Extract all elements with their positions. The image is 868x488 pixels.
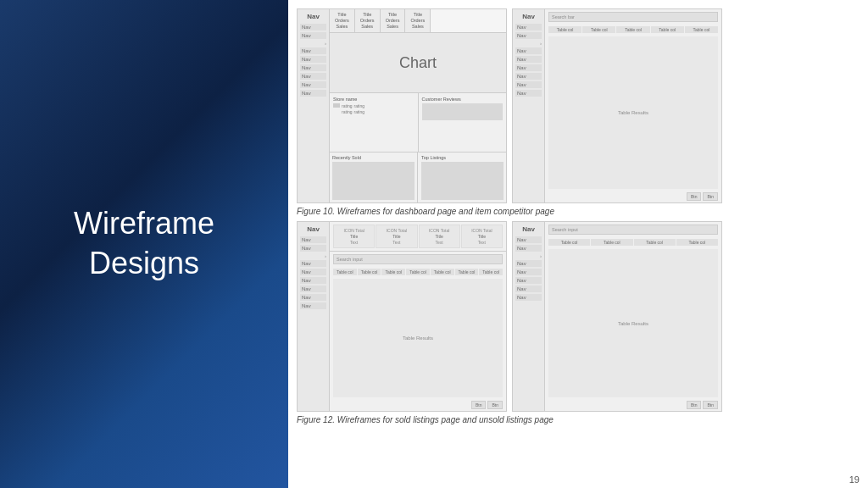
nav-item[interactable]: Nav [515, 73, 542, 80]
stat-text: Text [465, 240, 499, 245]
stat-title: Title [379, 234, 414, 239]
rating-label: rating [342, 103, 353, 108]
nav-item[interactable]: Nav [515, 286, 542, 292]
rating-row: rating rating [333, 103, 415, 108]
nav-item[interactable]: Nav [300, 90, 326, 97]
nav-item[interactable]: Nav [300, 245, 326, 252]
nav-item[interactable]: Nav [515, 90, 542, 97]
stat-box: ICON Total Title Text [333, 225, 375, 248]
stat-box: ICON Total Title Text [461, 225, 503, 248]
nav-item[interactable]: Nav [515, 47, 542, 54]
stat-title: Title [422, 234, 457, 239]
tab-item[interactable]: TitleOrdersSales [405, 9, 431, 32]
nav-item[interactable]: Nav [300, 81, 326, 88]
nav-item[interactable]: Nav [300, 286, 326, 292]
stats-row: ICON Total Title Text ICON Total Title T… [330, 222, 506, 252]
slide-title: WireframeDesigns [74, 204, 214, 284]
stat-title: Title [337, 234, 371, 239]
nav-item[interactable]: Nav [515, 236, 542, 243]
search-bar[interactable]: Search bar [548, 12, 718, 22]
customer-reviews: Customer Reviews [419, 93, 507, 152]
nav-arrow-icon: › [515, 253, 542, 258]
nav-item[interactable]: Nav [300, 24, 326, 30]
col-header: Table col [333, 269, 357, 275]
btn-item[interactable]: Btn [703, 401, 718, 409]
table-header: Table col Table col Table col Table col … [545, 25, 721, 35]
top-listings-title: Top Listings [421, 155, 504, 160]
col-header: Table col [381, 269, 405, 275]
sold-wireframe: Nav Nav Nav › Nav Nav Nav Nav Nav Nav [297, 221, 507, 412]
tab-item[interactable]: TitleOrdersSales [381, 9, 406, 32]
page-number: 19 [849, 474, 860, 485]
stat-title: Title [465, 234, 499, 239]
flag-icon [333, 103, 340, 108]
stat-icon: ICON Total [337, 228, 371, 233]
chart-area: Chart [330, 33, 506, 92]
sold-content: ICON Total Title Text ICON Total Title T… [330, 222, 506, 411]
stat-icon: ICON Total [422, 228, 457, 233]
nav-item[interactable]: Nav [300, 64, 326, 71]
nav-item[interactable]: Nav [300, 302, 326, 309]
btn-item[interactable]: Btn [687, 401, 702, 409]
caption-10: Figure 10. Wireframes for dashboard page… [297, 207, 860, 216]
search-input[interactable]: Search input [548, 225, 718, 235]
tab-item[interactable]: TitleOrdersSales [330, 9, 355, 32]
table-results: Table Results [548, 249, 718, 397]
nav-item[interactable]: Nav [300, 73, 326, 80]
nav-item[interactable]: Nav [515, 56, 542, 63]
btn-item[interactable]: Btn [487, 401, 503, 409]
nav-item[interactable]: Nav [515, 277, 542, 284]
nav-item[interactable]: Nav [515, 32, 542, 39]
col-header: Table col [634, 239, 676, 246]
rating-row-2: rating rating [333, 109, 415, 114]
nav-item[interactable]: Nav [300, 236, 326, 243]
col-header: Table col [582, 26, 615, 33]
stat-text: Text [379, 240, 414, 245]
stat-box: ICON Total Title Text [419, 225, 460, 248]
nav-item[interactable]: Nav [300, 277, 326, 284]
nav-item[interactable]: Nav [515, 260, 542, 267]
nav-item[interactable]: Nav [515, 294, 542, 301]
nav-item[interactable]: Nav [515, 269, 542, 275]
bottom-section: Store name rating rating rating rating [330, 93, 506, 152]
btn-item[interactable]: Btn [703, 192, 718, 201]
table-header: Table col Table col Table col Table col [545, 237, 721, 247]
wireframe-row-12: Nav Nav Nav › Nav Nav Nav Nav Nav Nav [297, 221, 860, 412]
stat-icon: ICON Total [379, 228, 414, 233]
right-panel: Nav Nav Nav › Nav Nav Nav Nav Nav Nav Ti… [288, 0, 868, 488]
nav-item[interactable]: Nav [515, 81, 542, 88]
sold-nav: Nav Nav Nav › Nav Nav Nav Nav Nav Nav [298, 222, 330, 411]
caption-12: Figure 12. Wireframes for sold listings … [297, 415, 860, 424]
tab-item[interactable]: TitleOrdersSales [355, 9, 381, 32]
nav-item[interactable]: Nav [300, 32, 326, 39]
unsold-nav: Nav Nav Nav › Nav Nav Nav Nav Nav [513, 222, 545, 411]
unsold-wireframe: Nav Nav Nav › Nav Nav Nav Nav Nav Search… [512, 221, 722, 412]
search-input[interactable]: Search input [333, 254, 503, 264]
top-listings-panel: Top Listings [419, 152, 506, 202]
store-info: Store name rating rating rating rating [330, 93, 419, 152]
nav-item[interactable]: Nav [300, 294, 326, 301]
btn-item[interactable]: Btn [471, 401, 487, 409]
col-header: Table col [651, 26, 684, 33]
col-header: Table col [548, 26, 581, 33]
rating-label: rating [354, 109, 365, 114]
nav-title: Nav [300, 13, 326, 20]
nav-item[interactable]: Nav [515, 64, 542, 71]
nav-item[interactable]: Nav [515, 24, 542, 30]
table-results: Table Results [333, 279, 503, 397]
recently-sold-title: Recently Sold [332, 155, 415, 160]
nav-item[interactable]: Nav [300, 269, 326, 275]
wireframe-row-10: Nav Nav Nav › Nav Nav Nav Nav Nav Nav Ti… [297, 8, 860, 203]
nav-arrow-icon: › [515, 41, 542, 46]
nav-item[interactable]: Nav [300, 56, 326, 63]
nav-item[interactable]: Nav [515, 245, 542, 252]
table-buttons: Btn Btn [330, 399, 506, 411]
unsold-content: Search input Table col Table col Table c… [545, 222, 721, 411]
rating-label: rating [342, 109, 353, 114]
nav-item[interactable]: Nav [300, 260, 326, 267]
nav-item[interactable]: Nav [300, 47, 326, 54]
competitor-nav: Nav Nav Nav › Nav Nav Nav Nav Nav Nav [513, 9, 545, 202]
competitor-content: Search bar Table col Table col Table col… [545, 9, 721, 202]
btn-item[interactable]: Btn [687, 192, 702, 201]
col-header: Table col [548, 239, 590, 246]
